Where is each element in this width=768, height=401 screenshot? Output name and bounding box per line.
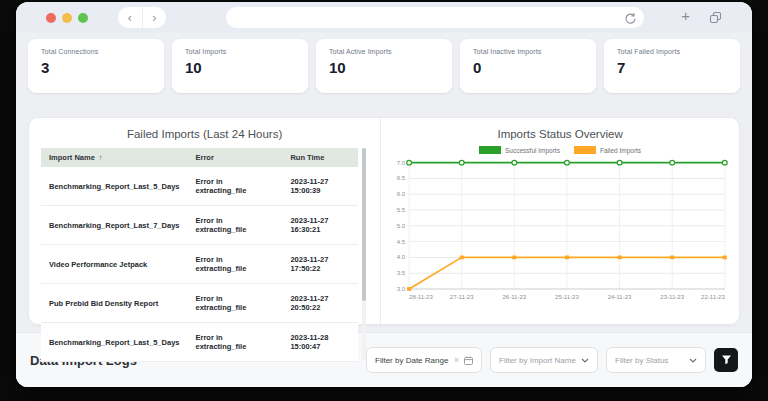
svg-text:6.5: 6.5 xyxy=(397,175,406,181)
imports-status-section: Imports Status Overview Successful Impor… xyxy=(381,118,739,324)
svg-text:6.0: 6.0 xyxy=(397,191,406,197)
url-input[interactable] xyxy=(226,13,644,23)
stat-card-value: 3 xyxy=(41,59,151,76)
failed-imports-title: Failed Imports (Last 24 Hours) xyxy=(41,128,368,140)
svg-text:5.0: 5.0 xyxy=(397,223,406,229)
stat-card-label: Total Failed Imports xyxy=(617,48,727,55)
chevron-down-icon xyxy=(689,356,697,365)
svg-text:28-11-23: 28-11-23 xyxy=(409,295,433,301)
stat-card-value: 0 xyxy=(473,59,583,76)
tab-overview-icon[interactable] xyxy=(709,10,722,28)
stat-card-value: 10 xyxy=(185,59,295,76)
stat-card-label: Total Inactive Imports xyxy=(473,48,583,55)
table-row: Benchmarking_Report_Last_7_DaysError in … xyxy=(41,206,358,245)
legend-label: Failed Imports xyxy=(600,147,641,154)
svg-text:23-11-23: 23-11-23 xyxy=(661,295,685,301)
error-cell: Error in extracting_file xyxy=(187,284,282,323)
failed-imports-section: Failed Imports (Last 24 Hours) Import Na… xyxy=(29,118,381,324)
legend-swatch xyxy=(574,146,596,154)
back-button[interactable]: ‹ xyxy=(118,7,143,28)
legend-item: Successful Imports xyxy=(479,146,560,154)
stat-card: Total Active Imports10 xyxy=(316,39,452,93)
import-name-cell: Benchmarking_Report_Last_7_Days xyxy=(41,206,187,245)
status-filter[interactable]: Filter by Status xyxy=(606,347,706,373)
error-cell: Error in extracting_file xyxy=(187,167,282,206)
filters-group: Filter by Date Range × Filter by Import … xyxy=(366,347,738,373)
sort-ascending-icon: ↑ xyxy=(99,153,103,162)
error-cell: Error in extracting_file xyxy=(187,206,282,245)
svg-text:3.5: 3.5 xyxy=(397,270,406,276)
chevron-down-icon xyxy=(581,356,589,365)
import-name-cell: Pub Prebid Bid Density Report xyxy=(41,284,187,323)
table-row: Benchmarking_Report_Last_5_DaysError in … xyxy=(41,167,358,206)
stat-card: Total Connections3 xyxy=(28,39,164,93)
zoom-window-button[interactable] xyxy=(78,13,88,23)
close-window-button[interactable] xyxy=(46,13,56,23)
table-row: Pub Prebid Bid Density ReportError in ex… xyxy=(41,284,358,323)
import-name-header-label: Import Name xyxy=(49,153,95,162)
table-row: Benchmarking_Report_Last_5_DaysError in … xyxy=(41,323,358,362)
svg-text:5.5: 5.5 xyxy=(397,207,406,213)
column-header-import-name[interactable]: Import Name↑ xyxy=(41,148,187,167)
svg-text:3.0: 3.0 xyxy=(397,286,406,292)
minimize-window-button[interactable] xyxy=(62,13,72,23)
svg-text:22-11-23: 22-11-23 xyxy=(701,295,725,301)
forward-button[interactable]: › xyxy=(143,7,167,28)
stat-card-label: Total Connections xyxy=(41,48,151,55)
status-placeholder: Filter by Status xyxy=(615,356,684,365)
svg-text:4.0: 4.0 xyxy=(397,254,406,260)
stat-card-value: 10 xyxy=(329,59,439,76)
run-time-cell: 2023-11-27 15:00:39 xyxy=(282,167,358,206)
traffic-lights xyxy=(46,13,88,23)
stats-cards-row: Total Connections3Total Imports10Total A… xyxy=(16,33,752,93)
funnel-icon xyxy=(721,351,732,369)
run-time-cell: 2023-11-27 20:50:22 xyxy=(282,284,358,323)
stat-card-label: Total Imports xyxy=(185,48,295,55)
browser-window: ‹ › + Total Connections3Total Imports10T… xyxy=(16,2,752,387)
svg-text:27-11-23: 27-11-23 xyxy=(450,295,474,301)
error-cell: Error in extracting_file xyxy=(187,323,282,362)
run-time-cell: 2023-11-27 16:30:21 xyxy=(282,206,358,245)
browser-chrome: ‹ › + xyxy=(16,2,752,33)
stat-card-value: 7 xyxy=(617,59,727,76)
main-panel: Failed Imports (Last 24 Hours) Import Na… xyxy=(28,117,740,325)
import-name-placeholder: Filter by Import Name xyxy=(499,356,576,365)
chart-legend: Successful ImportsFailed Imports xyxy=(389,146,731,154)
stat-card: Total Inactive Imports0 xyxy=(460,39,596,93)
svg-text:26-11-23: 26-11-23 xyxy=(503,295,527,301)
svg-text:4.5: 4.5 xyxy=(397,239,406,245)
svg-text:24-11-23: 24-11-23 xyxy=(608,295,632,301)
error-cell: Error in extracting_file xyxy=(187,245,282,284)
reload-icon[interactable] xyxy=(624,11,637,29)
stat-card-label: Total Active Imports xyxy=(329,48,439,55)
svg-text:7.0: 7.0 xyxy=(397,160,406,166)
imports-status-title: Imports Status Overview xyxy=(389,128,731,140)
legend-swatch xyxy=(479,146,501,154)
column-header-error: Error xyxy=(187,148,282,167)
address-bar[interactable] xyxy=(226,7,644,28)
import-name-cell: Benchmarking_Report_Last_5_Days xyxy=(41,167,187,206)
import-name-cell: Benchmarking_Report_Last_5_Days xyxy=(41,323,187,362)
run-time-cell: 2023-11-27 17:50:22 xyxy=(282,245,358,284)
calendar-icon[interactable] xyxy=(464,351,473,369)
legend-label: Successful Imports xyxy=(505,147,560,154)
new-tab-icon[interactable]: + xyxy=(681,8,690,23)
table-scrollbar xyxy=(362,148,366,360)
column-header-run-time: Run Time xyxy=(282,148,358,167)
import-name-cell: Video Performance Jetpack xyxy=(41,245,187,284)
legend-item: Failed Imports xyxy=(574,146,641,154)
table-row: Video Performance JetpackError in extrac… xyxy=(41,245,358,284)
svg-text:25-11-23: 25-11-23 xyxy=(555,295,579,301)
imports-chart: 3.03.54.04.55.05.56.06.57.028-11-2327-11… xyxy=(389,156,731,308)
apply-filter-button[interactable] xyxy=(714,348,738,372)
failed-imports-rows: Benchmarking_Report_Last_5_DaysError in … xyxy=(41,167,358,362)
clear-date-icon[interactable]: × xyxy=(454,356,459,365)
dashboard-content: Total Connections3Total Imports10Total A… xyxy=(16,33,752,387)
date-range-value: Filter by Date Range xyxy=(375,356,449,365)
table-scrollbar-thumb[interactable] xyxy=(362,148,366,301)
import-name-filter[interactable]: Filter by Import Name xyxy=(490,347,598,373)
run-time-cell: 2023-11-28 15:00:47 xyxy=(282,323,358,362)
date-range-filter[interactable]: Filter by Date Range × xyxy=(366,347,482,373)
failed-imports-table-wrap: Import Name↑ Error Run Time Benchmarking… xyxy=(41,148,368,362)
stat-card: Total Imports10 xyxy=(172,39,308,93)
